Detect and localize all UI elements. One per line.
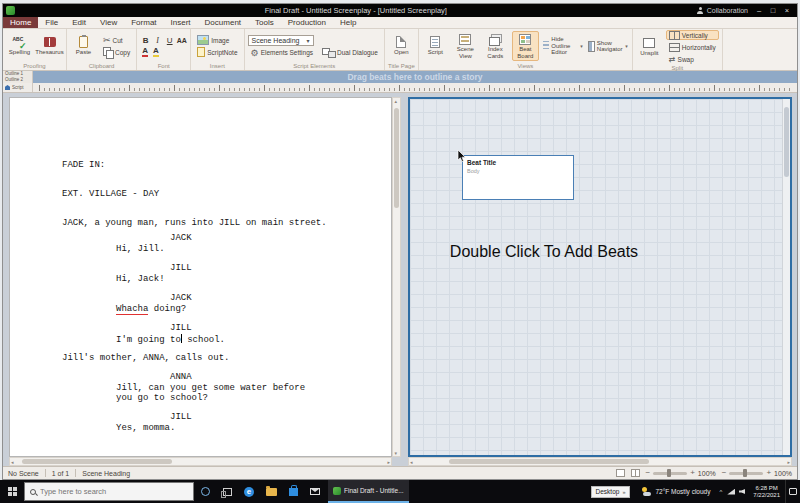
- underline-button[interactable]: U: [164, 35, 175, 45]
- clock[interactable]: 6:28 PM 7/22/2021: [748, 480, 785, 503]
- split-horizontally-button[interactable]: Horizontally: [666, 42, 719, 52]
- scriptnote-button[interactable]: ScriptNote: [194, 47, 240, 57]
- zoom-in-icon[interactable]: +: [690, 469, 695, 477]
- scrollbar-thumb[interactable]: [394, 108, 399, 208]
- index-cards-button[interactable]: Index Cards: [482, 31, 509, 61]
- script-line: Yes, momma.: [116, 423, 391, 433]
- tab-help[interactable]: Help: [333, 17, 363, 28]
- group-split: Unsplit Vertically Horizontally: [633, 29, 723, 70]
- script-horizontal-scrollbar[interactable]: [9, 457, 392, 466]
- mail-button[interactable]: [304, 480, 326, 503]
- group-label-views: Views: [422, 62, 629, 70]
- italic-button[interactable]: I: [152, 35, 163, 45]
- volume-icon[interactable]: [739, 489, 745, 494]
- dual-dialogue-button[interactable]: Dual Dialogue: [319, 48, 381, 58]
- outline-drop-zone[interactable]: Drag beats here to outline a story: [33, 71, 797, 83]
- collaboration-icon: [697, 7, 704, 14]
- chevron-down-icon: ▾: [580, 43, 583, 50]
- desktop-toolbar[interactable]: Desktop »: [591, 486, 631, 498]
- maximize-button[interactable]: □: [766, 5, 780, 16]
- store-button[interactable]: [282, 480, 304, 503]
- swap-button[interactable]: Swap: [666, 54, 719, 64]
- scrollbar-thumb[interactable]: [449, 459, 649, 464]
- outline-lane-2[interactable]: Outline 2: [5, 77, 30, 83]
- board-horizontal-scrollbar[interactable]: [408, 457, 792, 466]
- script-line: JACK: [170, 233, 391, 243]
- board-vertical-scrollbar[interactable]: [782, 99, 790, 455]
- outline-lanes: Outline 1 Outline 2: [3, 71, 33, 83]
- tab-format[interactable]: Format: [124, 17, 163, 28]
- paste-button[interactable]: Paste: [70, 34, 97, 58]
- highlight-button[interactable]: A: [153, 47, 159, 57]
- element-dropdown[interactable]: Scene Heading: [248, 35, 314, 46]
- scrollbar-thumb[interactable]: [784, 107, 789, 177]
- spelling-button[interactable]: Spelling: [6, 34, 33, 58]
- thesaurus-button[interactable]: Thesaurus: [36, 34, 63, 58]
- beat-card[interactable]: Beat Title Body: [462, 155, 574, 200]
- taskbar-search[interactable]: [24, 482, 194, 501]
- tab-tools[interactable]: Tools: [248, 17, 281, 28]
- split-vertically-button[interactable]: Vertically: [666, 30, 719, 40]
- collaboration-button[interactable]: Collaboration: [697, 7, 748, 14]
- beat-board-button[interactable]: Beat Board: [512, 31, 539, 61]
- copy-button[interactable]: Copy: [100, 47, 133, 57]
- elements-settings-button[interactable]: Elements Settings: [248, 48, 316, 58]
- script-page[interactable]: FADE IN: EXT. VILLAGE - DAY JACK, a youn…: [9, 97, 392, 457]
- font-color-button[interactable]: A: [142, 47, 148, 57]
- tab-edit[interactable]: Edit: [65, 17, 93, 28]
- cortana-button[interactable]: [194, 480, 216, 503]
- status-element-type: Scene Heading: [82, 470, 130, 477]
- script-vertical-scrollbar[interactable]: [392, 97, 401, 457]
- outline-lane-script[interactable]: Script: [3, 83, 33, 92]
- tab-view[interactable]: View: [93, 17, 124, 28]
- script-zoom-control[interactable]: − + 100%: [646, 469, 716, 477]
- file-explorer-button[interactable]: [260, 480, 282, 503]
- zoom-out-icon[interactable]: −: [646, 469, 651, 477]
- hide-outline-editor-button[interactable]: Hide Outline Editor ▾: [542, 35, 584, 57]
- zoom-slider-thumb[interactable]: [667, 469, 671, 477]
- show-navigator-button[interactable]: Show Navigator ▾: [587, 39, 629, 54]
- tab-insert[interactable]: Insert: [164, 17, 198, 28]
- edge-button[interactable]: [238, 480, 260, 503]
- script-line: you go to school?: [116, 393, 391, 403]
- search-input[interactable]: [40, 487, 188, 496]
- image-button[interactable]: Image: [194, 35, 240, 45]
- windows-logo-icon: [8, 487, 12, 491]
- scrollbar-thumb[interactable]: [22, 459, 172, 464]
- beat-board[interactable]: Beat Title Body Double Click To Add Beat…: [408, 97, 792, 457]
- page-view-toggle-icon[interactable]: [616, 469, 625, 477]
- script-view-button[interactable]: Script: [422, 34, 449, 58]
- board-zoom-control[interactable]: − + 100%: [722, 469, 792, 477]
- start-button[interactable]: [0, 480, 24, 503]
- zoom-level: 100%: [698, 470, 716, 477]
- hidden-icons-chevron-icon[interactable]: ^: [719, 489, 722, 495]
- taskbar-app-final-draft[interactable]: Final Draft - Untitle...: [328, 480, 409, 503]
- board-view-toggle-icon[interactable]: [631, 469, 640, 477]
- scene-view-button[interactable]: Scene View: [452, 31, 479, 61]
- tab-document[interactable]: Document: [198, 17, 248, 28]
- task-view-button[interactable]: [216, 480, 238, 503]
- zoom-slider[interactable]: [653, 472, 687, 475]
- bold-button[interactable]: B: [140, 35, 151, 45]
- tab-home[interactable]: Home: [3, 17, 38, 28]
- beat-board-hint: Double Click To Add Beats: [418, 243, 670, 261]
- mail-icon: [310, 488, 320, 495]
- zoom-slider[interactable]: [729, 472, 763, 475]
- outline-level-marker-icon[interactable]: [5, 85, 10, 90]
- weather-widget[interactable]: 72°F Mostly cloudy: [636, 480, 715, 503]
- action-center-button[interactable]: [785, 480, 800, 503]
- network-icon[interactable]: [727, 489, 735, 495]
- zoom-slider-thumb[interactable]: [743, 469, 747, 477]
- unsplit-button[interactable]: Unsplit: [636, 35, 663, 59]
- thesaurus-icon: [44, 37, 56, 47]
- cut-button[interactable]: Cut: [100, 35, 133, 45]
- tab-production[interactable]: Production: [281, 17, 333, 28]
- tab-file[interactable]: File: [38, 17, 65, 28]
- zoom-out-icon[interactable]: −: [722, 469, 727, 477]
- close-button[interactable]: ×: [780, 5, 794, 16]
- zoom-in-icon[interactable]: +: [766, 469, 771, 477]
- font-size-button[interactable]: AA: [176, 35, 187, 45]
- title-page-open-button[interactable]: Open: [388, 34, 415, 58]
- minimize-button[interactable]: –: [752, 5, 766, 16]
- outline-editor: Outline 1 Outline 2 Drag beats here to o…: [3, 71, 797, 83]
